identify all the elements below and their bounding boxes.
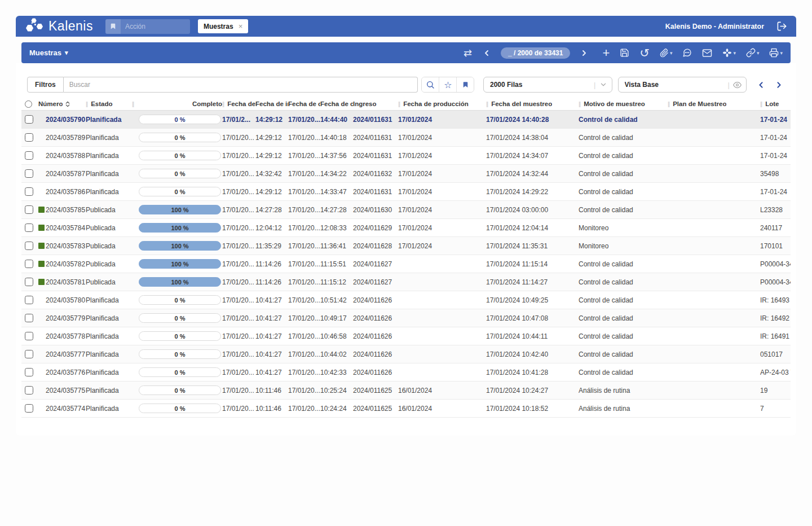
search-actions-group: ☆ (421, 77, 474, 93)
row-checkbox[interactable] (25, 332, 33, 340)
status-square (38, 333, 45, 339)
column-resize-handle[interactable]: || (86, 101, 87, 107)
next-page-button[interactable] (773, 78, 785, 91)
favorite-button[interactable]: ☆ (439, 77, 456, 92)
col-header-estado[interactable]: ||Estado (86, 97, 132, 111)
table-row[interactable]: 2024/035784 Publicada 100 % 17/01/20... … (21, 219, 791, 237)
search-box[interactable] (64, 77, 418, 93)
status-square (38, 387, 45, 393)
column-resize-handle[interactable]: || (222, 101, 224, 107)
previous-record-button[interactable] (477, 45, 496, 62)
fecha-ini-time: 10:41:27 (255, 350, 288, 358)
column-resize-handle[interactable]: || (760, 101, 762, 107)
action-search-box[interactable] (105, 19, 190, 34)
action-input[interactable] (121, 19, 190, 34)
row-checkbox[interactable] (25, 386, 33, 394)
rows-per-page-select[interactable]: 2000 Filas | (483, 77, 612, 93)
column-resize-handle[interactable]: || (579, 101, 580, 107)
row-checkbox[interactable] (25, 223, 33, 232)
table-row[interactable]: 2024/035788 Planificada 0 % 17/01/20... … (21, 147, 791, 165)
row-checkbox[interactable] (25, 169, 33, 178)
col-header-plan[interactable]: ||Plan de Muestreo (668, 97, 760, 111)
row-checkbox[interactable] (25, 404, 33, 413)
row-checkbox[interactable] (25, 115, 33, 124)
col-header-numero[interactable]: Número (38, 97, 86, 111)
col-header-ingreso[interactable]: Ingreso (353, 97, 398, 111)
table-row[interactable]: 2024/035775 Planificada 0 % 17/01/20... … (21, 382, 791, 400)
filters-button[interactable]: Filtros (27, 77, 64, 93)
fecha-prod-value: 17/01/2024 (398, 188, 486, 196)
table-row[interactable]: 2024/035777 Planificada 0 % 17/01/20... … (21, 345, 791, 363)
row-checkbox[interactable] (25, 350, 33, 358)
select-all-radio[interactable] (25, 100, 32, 108)
table-row[interactable]: 2024/035781 Publicada 100 % 17/01/20... … (21, 273, 791, 291)
logout-icon[interactable] (776, 18, 787, 35)
row-checkbox[interactable] (25, 278, 33, 286)
table-row[interactable]: 2024/035780 Planificada 0 % 17/01/20... … (21, 291, 791, 309)
col-header-fecha-cre-1[interactable]: Fecha de crea (288, 97, 320, 111)
table-row[interactable]: 2024/035787 Planificada 0 % 17/01/20... … (21, 165, 791, 183)
progress-bar: 0 % (139, 115, 221, 124)
fecha-cre-time: 10:25:24 (320, 387, 353, 394)
switch-view-button[interactable]: ⇄ (458, 45, 477, 62)
sample-number: 2024/035785 (46, 206, 85, 214)
print-button[interactable]: ▾ (764, 45, 783, 62)
col-header-motivo[interactable]: ||Motivo de muestreo (579, 97, 668, 111)
col-header-fecha-ini-2[interactable]: Fecha de inic (255, 97, 288, 111)
table-row[interactable]: 2024/035786 Planificada 0 % 17/01/20... … (21, 183, 791, 201)
row-checkbox[interactable] (25, 314, 33, 322)
table-row[interactable]: 2024/035778 Planificada 0 % 17/01/20... … (21, 327, 791, 345)
row-checkbox[interactable] (25, 260, 33, 268)
save-button[interactable] (615, 45, 634, 62)
row-checkbox[interactable] (25, 151, 33, 160)
bookmark-button[interactable] (456, 77, 474, 92)
attachments-button[interactable]: ▾ (655, 45, 678, 62)
col-header-completo[interactable]: ||Completo (132, 97, 222, 111)
next-record-button[interactable] (575, 45, 594, 62)
column-resize-handle[interactable]: || (486, 101, 488, 107)
row-checkbox[interactable] (25, 205, 33, 214)
row-checkbox[interactable] (25, 368, 33, 376)
prev-page-button[interactable] (754, 78, 767, 91)
table-row[interactable]: 2024/035774 Planificada 0 % 17/01/20... … (21, 400, 791, 418)
table-row[interactable]: 2024/035779 Planificada 0 % 17/01/20... … (21, 309, 791, 327)
column-resize-handle[interactable]: || (132, 101, 134, 107)
column-resize-handle[interactable]: || (668, 101, 669, 107)
tab-muestras[interactable]: Muestras × (198, 19, 248, 33)
sample-number: 2024/035774 (46, 405, 85, 413)
row-checkbox[interactable] (25, 187, 33, 196)
view-select[interactable]: Vista Base | (618, 77, 747, 93)
chevron-down-icon[interactable] (599, 81, 607, 89)
table-row[interactable]: 2024/035776 Planificada 0 % 17/01/20... … (21, 363, 791, 382)
close-icon[interactable]: × (239, 23, 243, 30)
col-header-fecha-ini-1[interactable]: ||Fecha de inic (222, 97, 255, 111)
col-header-fecha-muestreo[interactable]: ||Fecha del muestreo (486, 97, 579, 111)
column-resize-handle[interactable]: || (398, 101, 400, 107)
search-button[interactable] (422, 77, 439, 92)
row-checkbox[interactable] (25, 242, 33, 250)
col-header-lote[interactable]: ||Lote (760, 97, 791, 111)
fecha-ini-date: 17/01/20... (222, 350, 255, 358)
table-row[interactable]: 2024/035790 Planificada 0 % 17/01/2... 1… (21, 111, 791, 129)
table-row[interactable]: 2024/035789 Planificada 0 % 17/01/20... … (21, 129, 791, 147)
table-row[interactable]: 2024/035785 Publicada 100 % 17/01/20... … (21, 201, 791, 219)
search-input[interactable] (64, 81, 417, 89)
row-checkbox[interactable] (25, 296, 33, 304)
notes-button[interactable] (677, 45, 697, 62)
motivo-value: Control de calidad (579, 152, 668, 160)
table-row[interactable]: 2024/035783 Publicada 100 % 17/01/20... … (21, 237, 791, 255)
col-header-fecha-cre-2[interactable]: Fecha de crea (320, 97, 353, 111)
email-button[interactable] (697, 45, 717, 62)
fecha-cre-time: 10:24:24 (320, 405, 353, 413)
col-header-fecha-produccion[interactable]: ||Fecha de producción (398, 97, 486, 111)
table-row[interactable]: 2024/035782 Publicada 100 % 17/01/20... … (21, 255, 791, 273)
row-checkbox[interactable] (25, 133, 33, 142)
context-menu-muestras[interactable]: Muestras ▾ (29, 49, 68, 57)
reload-button[interactable]: ↺ (634, 45, 655, 62)
new-record-button[interactable]: + (597, 45, 615, 62)
record-count-badge[interactable]: _ / 2000 de 33431 (501, 47, 570, 59)
actions-button[interactable]: ▾ (717, 45, 741, 62)
eye-icon[interactable] (733, 81, 742, 89)
status-square (38, 152, 45, 159)
relate-button[interactable]: ▾ (741, 45, 765, 62)
